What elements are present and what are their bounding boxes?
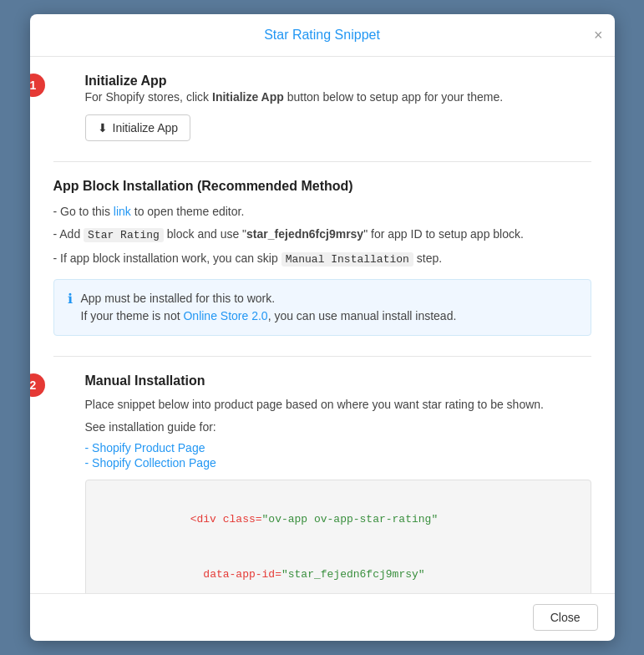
info-icon: ℹ (68, 291, 73, 307)
step1-num-col: 1 (53, 74, 85, 97)
app-block-title: App Block Installation (Recommended Meth… (53, 179, 591, 194)
step3-title: Manual Installation (85, 373, 591, 388)
online-store-link[interactable]: Online Store 2.0 (183, 309, 267, 322)
modal-title: Star Rating Snippet (264, 28, 380, 42)
app-block-section: App Block Installation (Recommended Meth… (53, 179, 591, 336)
app-block-line2: - Add Star Rating block and use "star_fe… (53, 225, 591, 245)
app-id-bold: star_fejedn6fcj9mrsy (246, 227, 363, 241)
code-indent-2 (190, 568, 204, 581)
code-line-2: data-app-id="star_fejedn6fcj9mrsy" (99, 547, 577, 593)
info-line2-end: , you can use manual install instead. (268, 309, 457, 322)
close-button[interactable]: Close (533, 604, 598, 631)
code-attr-class: class= (223, 513, 262, 526)
step1-content: Initialize App For Shopify stores, click… (85, 74, 591, 141)
shopify-collection-link[interactable]: - Shopify Collection Page (85, 456, 591, 470)
info-text: App must be installed for this to work. … (81, 290, 457, 325)
step3-desc2: See installation guide for: (85, 418, 591, 436)
initialize-app-button[interactable]: ⬇ Initialize App (85, 114, 191, 141)
app-block-line1: - Go to this link to open theme editor. (53, 202, 591, 221)
init-button-label: Initialize App (113, 121, 179, 135)
code-line-1: <div class="ov-app ov-app-star-rating" (99, 492, 577, 547)
step1-section: 1 Initialize App For Shopify stores, cli… (53, 74, 591, 141)
modal-body: 1 Initialize App For Shopify stores, cli… (30, 57, 615, 593)
divider-2 (53, 356, 591, 357)
app-block-line3: - If app block installation work, you ca… (53, 249, 591, 269)
info-line2-prefix: If your theme is not (81, 309, 184, 322)
download-icon: ⬇ (98, 121, 108, 135)
divider-1 (53, 161, 591, 162)
code-attr-appid: data-app-id= (203, 568, 281, 581)
star-rating-code: Star Rating (84, 228, 164, 242)
modal-dialog: Star Rating Snippet × 1 Initialize App F… (30, 14, 615, 641)
step1-title: Initialize App (85, 74, 591, 89)
manual-install-code: Manual Installation (281, 252, 413, 267)
modal-header: Star Rating Snippet × (30, 14, 615, 57)
step3-badge: 2 (30, 373, 45, 397)
modal-overlay: Star Rating Snippet × 1 Initialize App F… (0, 0, 644, 655)
modal-close-button[interactable]: × (594, 28, 603, 43)
info-box: ℹ App must be installed for this to work… (53, 279, 591, 336)
info-line1: App must be installed for this to work. (81, 292, 276, 305)
code-tag-1: <div (190, 513, 223, 526)
step3-desc1: Place snippet below into product page ba… (85, 395, 591, 414)
step1-badge: 1 (30, 74, 45, 97)
code-box: <div class="ov-app ov-app-star-rating" d… (85, 480, 591, 593)
code-val-appid: "star_fejedn6fcj9mrsy" (281, 568, 425, 581)
step1-desc: For Shopify stores, click Initialize App… (85, 89, 591, 106)
step1-bold: Initialize App (212, 90, 284, 104)
shopify-product-link[interactable]: - Shopify Product Page (85, 441, 591, 454)
modal-footer: Close (30, 593, 615, 641)
theme-editor-link[interactable]: link (114, 205, 131, 218)
step3-content: Manual Installation Place snippet below … (85, 373, 591, 593)
step3-num-col: 2 (53, 373, 85, 397)
step3-section: 2 Manual Installation Place snippet belo… (53, 373, 591, 593)
snippet-links: - Shopify Product Page - Shopify Collect… (85, 441, 591, 470)
code-val-class: "ov-app ov-app-star-rating" (262, 513, 439, 526)
